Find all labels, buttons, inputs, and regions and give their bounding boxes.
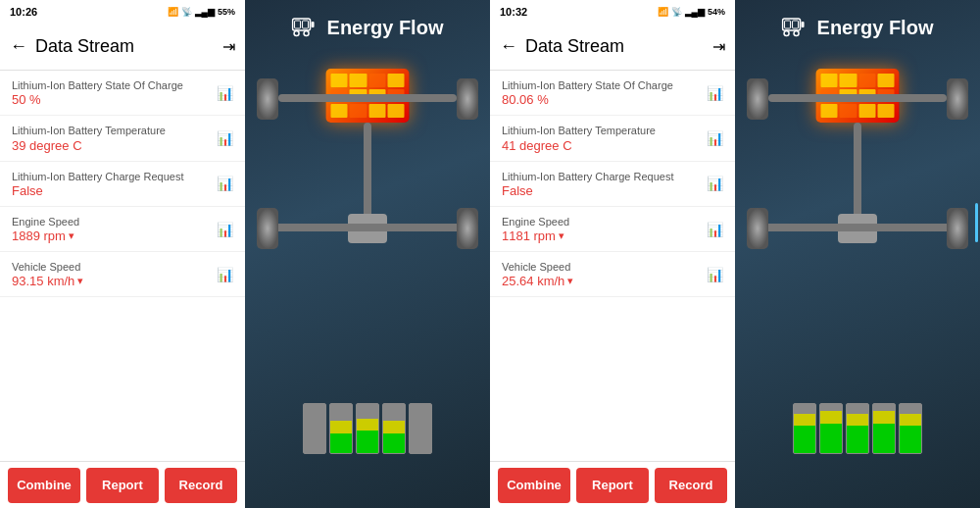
signal-2: ▂▄▆ — [685, 7, 705, 17]
svg-point-4 — [294, 31, 299, 36]
back-button-1[interactable]: ← — [10, 36, 27, 57]
data-label-charge-1: Lithium-Ion Battery Charge Request — [12, 170, 217, 183]
chart-icon-soc-1[interactable]: 📊 — [217, 85, 233, 101]
data-item-engine-2: Engine Speed 1181 rpm ▾ 📊 — [490, 207, 735, 252]
data-label-speed-1: Vehicle Speed — [12, 260, 217, 274]
signal-1: ▂▄▆ — [195, 7, 215, 17]
chart-icon-speed-1[interactable]: 📊 — [217, 267, 233, 282]
chart-icon-engine-1[interactable]: 📊 — [217, 222, 233, 237]
svg-rect-9 — [802, 22, 805, 27]
drive-shaft-2 — [854, 123, 861, 221]
rear-wheel-left-2 — [747, 208, 768, 249]
data-list-2: Lithium-Ion Battery State Of Charge 80.0… — [490, 71, 735, 461]
wheel-left-2 — [747, 78, 768, 120]
status-right-1: 📶 📡 ▂▄▆ 55% — [168, 7, 235, 17]
energy-title-2: Energy Flow — [782, 16, 934, 39]
data-label-temp-1: Lithium-Ion Battery Temperature — [12, 124, 217, 137]
axle-bar-1 — [278, 94, 457, 102]
data-value-charge-1: False — [12, 183, 217, 198]
wheel-right-1 — [457, 78, 478, 120]
svg-point-10 — [784, 31, 789, 36]
wheel-left-1 — [257, 78, 278, 120]
data-item-soc-1: Lithium-Ion Battery State Of Charge 50 %… — [0, 71, 245, 116]
data-label-soc-2: Lithium-Ion Battery State Of Charge — [502, 78, 707, 92]
energy-panel-1: Energy Flow — [245, 0, 490, 508]
svg-rect-1 — [295, 21, 301, 28]
chevron-engine-2[interactable]: ▾ — [559, 229, 564, 242]
energy-logo-icon-2 — [782, 16, 809, 39]
status-bar-1: 10:26 📶 📡 ▂▄▆ 55% — [0, 0, 245, 24]
wifi-icon-2: 📡 — [671, 7, 682, 17]
data-value-engine-1: 1889 rpm ▾ — [12, 229, 217, 243]
chevron-speed-2[interactable]: ▾ — [567, 275, 573, 287]
chart-icon-temp-2[interactable]: 📊 — [707, 130, 723, 146]
svg-point-5 — [304, 31, 309, 36]
time-2: 10:32 — [500, 6, 527, 18]
data-value-engine-2: 1181 rpm ▾ — [502, 229, 707, 243]
data-item-speed-1: Vehicle Speed 93.15 km/h ▾ 📊 — [0, 252, 245, 297]
chart-icon-charge-2[interactable]: 📊 — [707, 176, 723, 191]
svg-rect-3 — [312, 22, 315, 27]
energy-panel-2: Energy Flow — [735, 0, 980, 508]
app-header-2: ← Data Stream ⇥ — [490, 24, 735, 71]
scroll-indicator-2[interactable] — [975, 203, 978, 242]
chart-icon-engine-2[interactable]: 📊 — [707, 222, 723, 237]
svg-rect-8 — [793, 21, 799, 28]
record-button-1[interactable]: Record — [165, 468, 237, 503]
status-bar-2: 10:32 📶 📡 ▂▄▆ 54% — [490, 0, 735, 24]
app-header-1: ← Data Stream ⇥ — [0, 24, 245, 71]
data-label-engine-2: Engine Speed — [502, 215, 707, 229]
drive-shaft-1 — [364, 123, 371, 221]
data-list-1: Lithium-Ion Battery State Of Charge 50 %… — [0, 71, 245, 461]
export-button-2[interactable]: ⇥ — [712, 37, 725, 56]
battery-pack-2 — [793, 403, 922, 454]
energy-logo-icon-1 — [292, 16, 319, 39]
rear-wheel-right-2 — [947, 208, 968, 249]
bottom-bar-2: Combine Report Record — [490, 461, 735, 508]
combine-button-2[interactable]: Combine — [498, 468, 570, 503]
data-value-speed-1: 93.15 km/h ▾ — [12, 274, 217, 288]
rear-axle-1 — [265, 224, 470, 231]
bottom-bar-1: Combine Report Record — [0, 461, 245, 508]
time-1: 10:26 — [10, 6, 37, 18]
data-label-engine-1: Engine Speed — [12, 215, 217, 229]
phone-panel-1: 10:26 📶 📡 ▂▄▆ 55% ← Data Stream ⇥ Lithiu… — [0, 0, 245, 508]
chart-icon-speed-2[interactable]: 📊 — [707, 267, 723, 282]
svg-point-11 — [794, 31, 799, 36]
chart-icon-charge-1[interactable]: 📊 — [217, 176, 233, 191]
phone-panel-2: 10:32 📶 📡 ▂▄▆ 54% ← Data Stream ⇥ Lithiu… — [490, 0, 735, 508]
battery-2: 54% — [708, 7, 725, 17]
data-item-charge-2: Lithium-Ion Battery Charge Request False… — [490, 162, 735, 207]
energy-bg-1: Energy Flow — [245, 0, 490, 508]
page-title-2: Data Stream — [525, 36, 705, 57]
wheel-right-2 — [947, 78, 968, 120]
chart-icon-temp-1[interactable]: 📊 — [217, 130, 233, 146]
svg-rect-2 — [303, 21, 309, 28]
data-value-temp-1: 39 degree C — [12, 138, 217, 153]
export-button-1[interactable]: ⇥ — [222, 37, 235, 56]
data-value-temp-2: 41 degree C — [502, 138, 707, 153]
report-button-1[interactable]: Report — [86, 468, 159, 503]
chevron-speed-1[interactable]: ▾ — [77, 275, 83, 287]
network-icon-1: 📶 — [168, 7, 178, 17]
data-item-temp-2: Lithium-Ion Battery Temperature 41 degre… — [490, 116, 735, 161]
battery-pack-1 — [303, 403, 432, 454]
wifi-icon-1: 📡 — [181, 7, 192, 17]
status-right-2: 📶 📡 ▂▄▆ 54% — [658, 7, 725, 17]
rear-wheel-right-1 — [457, 208, 478, 249]
data-value-soc-1: 50 % — [12, 92, 217, 107]
data-label-speed-2: Vehicle Speed — [502, 260, 707, 274]
chart-icon-soc-2[interactable]: 📊 — [707, 85, 723, 101]
svg-rect-7 — [785, 21, 791, 28]
battery-1: 55% — [218, 7, 235, 17]
combine-button-1[interactable]: Combine — [8, 468, 80, 503]
axle-bar-2 — [768, 94, 947, 102]
rear-axle-2 — [755, 224, 960, 231]
data-label-charge-2: Lithium-Ion Battery Charge Request — [502, 170, 707, 183]
record-button-2[interactable]: Record — [655, 468, 727, 503]
back-button-2[interactable]: ← — [500, 36, 517, 57]
report-button-2[interactable]: Report — [576, 468, 649, 503]
rear-wheel-left-1 — [257, 208, 278, 249]
data-value-charge-2: False — [502, 183, 707, 198]
chevron-engine-1[interactable]: ▾ — [69, 229, 74, 242]
